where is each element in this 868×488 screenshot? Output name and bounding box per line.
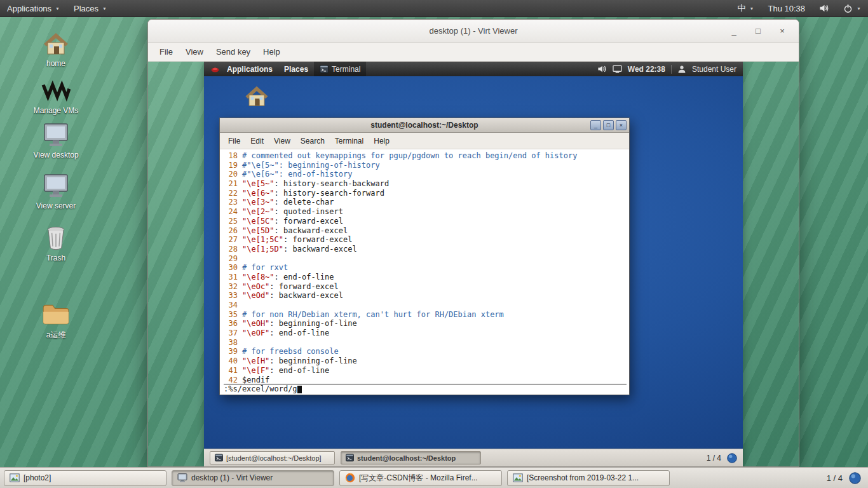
virt-viewer-menubar: FileViewSend keyHelp xyxy=(148,43,799,62)
buffer-line-36: 36"\eOH": beginning-of-line xyxy=(224,319,627,329)
task-button-photo2[interactable]: [photo2] xyxy=(4,470,166,486)
terminal-menubar: FileEditViewSearchTerminalHelp xyxy=(220,133,629,149)
remote-clock[interactable]: Wed 22:38 xyxy=(628,65,665,74)
code-segment: "\e[2~" xyxy=(242,207,275,217)
buffer-line-25: 25"\e[5C": forward-excel xyxy=(224,217,627,226)
maximize-button[interactable]: □ xyxy=(603,120,614,130)
code-segment: "\eOH" xyxy=(242,319,269,329)
desktop-icon-trash[interactable]: Trash xyxy=(25,226,86,262)
vim-command-text: :%s/excel/word/g xyxy=(224,384,297,394)
buffer-line-34: 34 xyxy=(224,301,627,310)
buffer-line-23: 23"\e[3~": delete-char xyxy=(224,198,627,207)
terminal-icon xyxy=(346,454,354,462)
line-number: 26 xyxy=(224,226,238,236)
task-button-label: student@localhost:~/Desktop xyxy=(357,454,456,462)
desktop-icon-view-server[interactable]: View server xyxy=(25,173,86,210)
buffer-line-31: 31"\e[8~": end-of-line xyxy=(224,273,627,282)
remote-top-panel: Applications Places Terminal Wed 22:38 S… xyxy=(204,62,743,76)
chevron-down-icon: ▼ xyxy=(55,6,60,11)
firefox-icon xyxy=(345,473,355,483)
remote-menu-places[interactable]: Places xyxy=(278,62,314,76)
remote-screen: Applications Places Terminal Wed 22:38 S… xyxy=(204,62,743,466)
code-segment: "\e[5C" xyxy=(242,217,275,226)
virt-viewer-titlebar[interactable]: desktop (1) - Virt Viewer _□× xyxy=(148,20,799,43)
buffer-line-21: 21"\e[5~": history-search-backward xyxy=(224,179,627,189)
menu-file[interactable]: File xyxy=(153,43,179,61)
menu-view[interactable]: View xyxy=(179,43,210,61)
menu-send-key[interactable]: Send key xyxy=(210,43,257,61)
remote-user-menu[interactable]: Student User xyxy=(692,65,736,74)
line-number: 29 xyxy=(224,254,238,264)
remote-task-buttons: [student@localhost:~/Desktop]student@loc… xyxy=(210,451,481,464)
line-number: 27 xyxy=(224,235,238,245)
desktop-icon-view-desktop[interactable]: View desktop xyxy=(25,123,86,159)
workspace-switcher-icon[interactable] xyxy=(727,453,737,463)
host-clock[interactable]: Thu 10:38 xyxy=(761,0,813,17)
remote-app-menu[interactable]: Terminal xyxy=(314,62,366,76)
code-segment: : end-of-line xyxy=(275,273,334,282)
buffer-line-41: 41"\e[F": end-of-line xyxy=(224,366,627,376)
menu-help[interactable]: Help xyxy=(257,43,287,61)
host-taskbar-right: 1 / 4 xyxy=(827,472,864,484)
buffer-line-26: 26"\e[5D": backward-excel xyxy=(224,226,627,236)
input-method-indicator[interactable]: 中 ▼ xyxy=(731,0,761,17)
remote-workspace-indicator[interactable]: 1 / 4 xyxy=(707,454,721,463)
buffer-line-40: 40"\e[H": beginning-of-line xyxy=(224,356,627,366)
host-workspace-indicator[interactable]: 1 / 4 xyxy=(827,473,843,483)
maximize-button[interactable]: □ xyxy=(750,24,766,39)
terminal-menu-help[interactable]: Help xyxy=(369,137,395,146)
code-segment: # for non RH/Debian xterm, can't hurt fo… xyxy=(242,310,504,320)
vim-command-line: :%s/excel/word/g xyxy=(224,384,627,394)
desktop-icon-a[interactable]: a运维 xyxy=(25,302,86,341)
task-button-csdn-mozilla-firef[interactable]: [写文章-CSDN博客 - Mozilla Firef... xyxy=(339,470,502,486)
line-number: 19 xyxy=(224,161,238,170)
code-segment: "\e[1;5C" xyxy=(242,235,283,245)
close-button[interactable]: × xyxy=(775,24,790,39)
minimize-button[interactable]: _ xyxy=(726,24,742,39)
display-icon[interactable] xyxy=(613,65,622,74)
terminal-titlebar[interactable]: student@localhost:~/Desktop _□× xyxy=(220,118,629,133)
task-button-desktop-1-virt-viewer[interactable]: desktop (1) - Virt Viewer xyxy=(172,470,334,486)
code-segment: : history-search-backward xyxy=(275,179,390,189)
remote-desktop-home-icon[interactable] xyxy=(239,85,275,108)
terminal-menu-file[interactable]: File xyxy=(223,137,245,146)
code-segment: "\e[H" xyxy=(242,356,269,366)
remote-taskbar: [student@localhost:~/Desktop]student@loc… xyxy=(204,449,743,466)
volume-icon xyxy=(819,3,829,13)
desktop-icon-manage-vms[interactable]: Manage VMs xyxy=(25,78,86,115)
buffer-line-29: 29 xyxy=(224,254,627,264)
task-button-student-localhost-desktop[interactable]: [student@localhost:~/Desktop] xyxy=(210,451,335,464)
terminal-menu-terminal[interactable]: Terminal xyxy=(330,137,369,146)
desktop-icon-label: Trash xyxy=(46,254,65,262)
volume-icon[interactable] xyxy=(597,64,607,74)
terminal-menu-view[interactable]: View xyxy=(269,137,295,146)
terminal-body[interactable]: 18# commented out keymappings for pgup/p… xyxy=(220,149,629,395)
power-menu[interactable]: ▼ xyxy=(836,0,868,17)
buffer-line-20: 20#"\e[6~": end-of-history xyxy=(224,170,627,179)
terminal-menu-search[interactable]: Search xyxy=(295,137,330,146)
desktop-icon-home[interactable]: home xyxy=(25,31,86,68)
redhat-icon[interactable] xyxy=(210,64,220,74)
workspace-switcher-icon[interactable] xyxy=(849,472,861,484)
trash-icon xyxy=(41,226,71,251)
task-button-student-localhost-desktop[interactable]: student@localhost:~/Desktop xyxy=(341,451,481,464)
code-segment: "\e[3~" xyxy=(242,198,275,207)
photo-icon xyxy=(513,473,523,483)
task-button-label: [photo2] xyxy=(24,473,51,482)
close-button[interactable]: × xyxy=(616,120,627,130)
computer-icon xyxy=(177,473,187,483)
host-task-buttons: [photo2]desktop (1) - Virt Viewer[写文章-CS… xyxy=(4,470,670,486)
remote-menu-applications[interactable]: Applications xyxy=(221,62,278,76)
minimize-button[interactable]: _ xyxy=(590,120,601,130)
terminal-icon xyxy=(215,454,223,462)
line-number: 35 xyxy=(224,310,238,320)
buffer-line-22: 22"\e[6~": history-search-forward xyxy=(224,189,627,198)
buffer-line-37: 37"\eOF": end-of-line xyxy=(224,329,627,338)
host-menu-applications[interactable]: Applications ▼ xyxy=(0,0,67,17)
host-menu-places[interactable]: Places ▼ xyxy=(67,0,114,17)
task-button-screenshot-from-2019-03-22-1[interactable]: [Screenshot from 2019-03-22 1... xyxy=(507,470,670,486)
terminal-menu-edit[interactable]: Edit xyxy=(245,137,269,146)
volume-menu[interactable] xyxy=(812,0,836,17)
task-button-label: [Screenshot from 2019-03-22 1... xyxy=(527,473,639,482)
folder-icon xyxy=(41,302,71,327)
